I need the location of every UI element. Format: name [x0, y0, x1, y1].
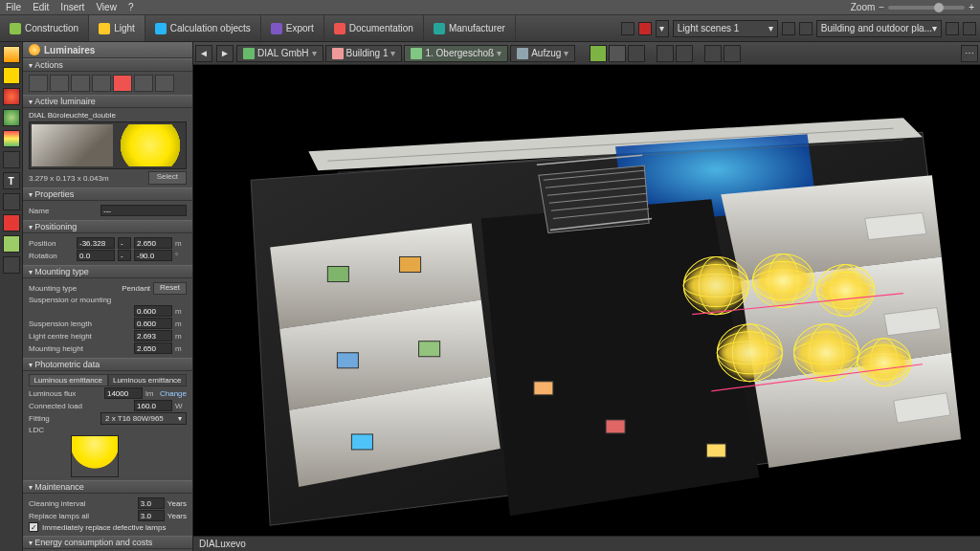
- action-7[interactable]: [155, 75, 174, 92]
- panel-photometric[interactable]: Photometric data: [23, 358, 192, 371]
- flux-val[interactable]: [104, 387, 143, 399]
- maintab-construction[interactable]: Construction: [0, 15, 89, 41]
- crumb-dial-gmbh[interactable]: DIAL GmbH▾: [236, 45, 323, 62]
- sidebar-title: Luminaires: [23, 42, 192, 58]
- vp-tool-cfg[interactable]: [724, 45, 741, 62]
- menu-edit[interactable]: Edit: [33, 2, 49, 12]
- mount-val[interactable]: [134, 342, 172, 354]
- clean-label: Cleaning interval: [29, 499, 135, 508]
- mount-label: Mounting height: [29, 344, 131, 353]
- phot-tab-2[interactable]: Luminous emittance: [108, 374, 188, 386]
- action-5[interactable]: [113, 75, 132, 92]
- layout-toggle-1[interactable]: [621, 22, 635, 35]
- vp-fwd[interactable]: ►: [216, 45, 234, 62]
- centre-val[interactable]: [134, 330, 172, 342]
- panel-actions[interactable]: Actions: [23, 58, 192, 72]
- vp-tool-add[interactable]: [704, 45, 722, 62]
- phot-tab-1[interactable]: Luminous emittance: [29, 374, 108, 386]
- panel-maintenance[interactable]: Maintenance: [23, 480, 192, 494]
- lamp-warm[interactable]: [3, 88, 20, 105]
- susplen-label: Suspension length: [29, 320, 131, 328]
- menu-insert[interactable]: Insert: [60, 2, 84, 12]
- crumb-building-1[interactable]: Building 1▾: [325, 45, 403, 62]
- prop-name-input[interactable]: [100, 205, 187, 216]
- prop-name-label: Name: [29, 207, 98, 215]
- zoom-minus-icon[interactable]: −: [879, 2, 884, 12]
- pos-y[interactable]: [118, 237, 131, 249]
- light-scene-dropdown[interactable]: Light scenes 1▾: [673, 20, 778, 37]
- rot-y[interactable]: [118, 250, 131, 261]
- lamp-on[interactable]: [3, 67, 20, 84]
- vp-view-2[interactable]: [609, 45, 626, 62]
- zoom-plus-icon[interactable]: +: [969, 2, 974, 12]
- building-dropdown[interactable]: Building and outdoor pla...▾: [816, 20, 942, 37]
- action-2[interactable]: [50, 75, 69, 92]
- maintab-documentation[interactable]: Documentation: [324, 15, 424, 41]
- panel-positioning[interactable]: Positioning: [23, 220, 192, 233]
- area-green[interactable]: [3, 235, 20, 253]
- fitting-dropdown[interactable]: 2 x T16 80W/965▾: [100, 412, 187, 425]
- pos-x[interactable]: [77, 237, 115, 249]
- vp-view-3[interactable]: [628, 45, 645, 62]
- bld-next[interactable]: [963, 22, 976, 35]
- mnt-reset-button[interactable]: Reset: [153, 282, 187, 295]
- scene-next[interactable]: [799, 22, 813, 35]
- 3d-viewport[interactable]: [193, 65, 980, 536]
- panel-energy[interactable]: Energy consumption and costs: [23, 536, 192, 549]
- svg-point-52: [858, 345, 911, 380]
- maintab-light[interactable]: Light: [89, 15, 145, 41]
- layout-toggle-2[interactable]: [638, 22, 652, 35]
- vp-tool-move[interactable]: [676, 45, 693, 62]
- maintab-calculation-objects[interactable]: Calculation objects: [145, 15, 261, 41]
- menu-help[interactable]: ?: [128, 2, 134, 12]
- susplen-val[interactable]: [134, 318, 172, 329]
- text-tool[interactable]: T: [3, 172, 20, 189]
- replace-val[interactable]: [138, 510, 165, 521]
- menu-view[interactable]: View: [96, 2, 117, 12]
- load-val[interactable]: [134, 400, 172, 411]
- scene-prev[interactable]: [782, 22, 795, 35]
- susp-val[interactable]: [134, 305, 172, 317]
- flux-change-link[interactable]: Change: [160, 389, 187, 398]
- rot-label: Rotation: [29, 252, 74, 260]
- calc-tool[interactable]: [3, 256, 20, 274]
- panel-mounting[interactable]: Mounting type: [23, 265, 192, 278]
- vp-view-green[interactable]: [590, 45, 607, 62]
- action-3[interactable]: [71, 75, 90, 92]
- zoom-label: Zoom: [851, 2, 876, 12]
- action-6[interactable]: [134, 75, 153, 92]
- svg-rect-24: [419, 342, 440, 357]
- clean-val[interactable]: [138, 497, 165, 509]
- bld-prev[interactable]: [946, 22, 959, 35]
- panel-properties[interactable]: Properties: [23, 187, 192, 201]
- maintab-export[interactable]: Export: [261, 15, 324, 41]
- vp-back[interactable]: ◄: [195, 45, 212, 62]
- tab-icon: [434, 23, 445, 34]
- vp-tool-select[interactable]: [657, 45, 674, 62]
- action-1[interactable]: [29, 75, 48, 92]
- picker-tool[interactable]: [3, 193, 20, 210]
- pos-z[interactable]: [134, 237, 172, 249]
- lamp-green[interactable]: [3, 109, 20, 126]
- zoom-slider[interactable]: [888, 6, 965, 10]
- luminaire-tool[interactable]: [3, 46, 20, 63]
- action-4[interactable]: [92, 75, 111, 92]
- crumb-aufzug[interactable]: Aufzug▾: [510, 45, 575, 62]
- immediate-check[interactable]: ✓: [29, 522, 38, 532]
- vp-more[interactable]: ⋯: [961, 45, 978, 62]
- luminaire-icon: [29, 44, 40, 55]
- menu-file[interactable]: File: [6, 2, 21, 12]
- panel-active-luminaire[interactable]: Active luminaire: [23, 95, 192, 108]
- area-red[interactable]: [3, 214, 20, 231]
- crumb-1-obergescho-[interactable]: 1. Obergeschoß▾: [404, 45, 508, 62]
- tab-icon: [155, 23, 167, 34]
- rot-x[interactable]: [77, 250, 115, 261]
- filter-tool[interactable]: [3, 151, 20, 168]
- select-luminaire-button[interactable]: Select: [148, 171, 187, 185]
- maintab-manufacturer[interactable]: Manufacturer: [424, 15, 516, 41]
- tab-icon: [99, 23, 110, 34]
- fitting-label: Fitting: [29, 414, 98, 423]
- rot-z[interactable]: [134, 250, 172, 261]
- lamp-seq[interactable]: [3, 130, 20, 147]
- layout-dd[interactable]: ▾: [656, 20, 669, 37]
